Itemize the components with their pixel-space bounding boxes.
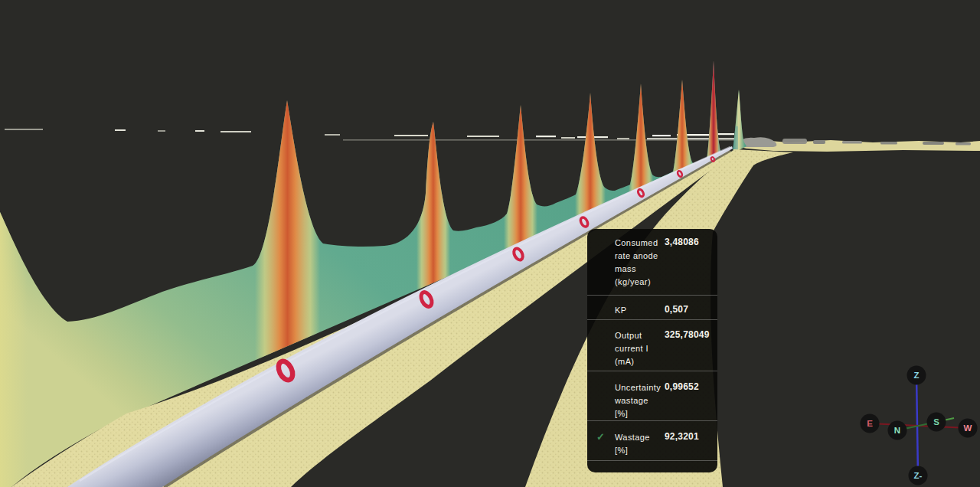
svg-text:N: N [894,426,900,435]
app-window: Consumed rate anode mass (kg/year) 3,480… [0,0,980,487]
svg-text:S: S [933,417,939,427]
svg-text:E: E [867,419,873,428]
svg-text:Z-: Z- [914,471,923,480]
scene-3d-viewport[interactable] [0,0,980,487]
tooltip-row-value: 92,3201 [665,431,699,442]
tooltip-row-value: 0,99652 [665,381,699,392]
gizmo-axis-north[interactable]: N [888,421,907,440]
tooltip-row-kp: KP 0,507 [587,295,717,319]
tooltip-row-consumed-rate: Consumed rate anode mass (kg/year) 3,480… [587,229,717,295]
gizmo-axis-west[interactable]: W [959,419,978,438]
tooltip-row-output-current: Output current I (mA) 325,78049 [587,319,717,371]
tooltip-row-uncertainty-wastage: Uncertainty wastage [%] 0,99652 [587,371,717,420]
gizmo-axis-z-up[interactable]: Z [907,366,926,385]
svg-text:W: W [964,423,972,433]
data-tooltip: Consumed rate anode mass (kg/year) 3,480… [587,229,717,472]
gizmo-axis-east[interactable]: E [861,414,880,433]
gizmo-axis-z-down[interactable]: Z- [909,466,928,485]
tooltip-row-wastage: ✓ Wastage [%] 92,3201 [587,420,717,460]
tooltip-footer [587,460,717,473]
tooltip-row-label: Output current I (mA) [615,320,717,368]
gizmo-axis-lines [870,375,968,476]
check-icon: ✓ [596,431,605,443]
tooltip-row-value: 325,78049 [665,329,710,340]
tooltip-row-value: 3,48086 [665,237,699,247]
orientation-gizmo[interactable]: Z Z- E N S W [848,354,980,487]
svg-text:Z: Z [913,371,919,380]
gizmo-axis-south[interactable]: S [927,413,946,432]
tooltip-row-value: 0,507 [665,304,688,315]
tooltip-row-label: Uncertainty wastage [%] [615,371,717,420]
